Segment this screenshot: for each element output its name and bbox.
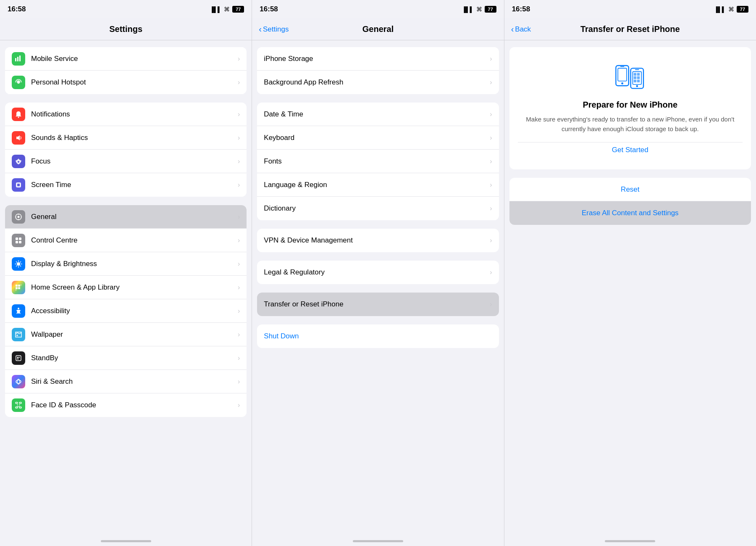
svg-rect-44 [16,407,18,408]
svg-rect-45 [19,407,21,408]
focus-icon [12,155,25,168]
row-siri-search[interactable]: Siri & Search › [5,370,247,393]
reset-label: Reset [621,185,639,194]
face-id-icon [12,398,25,412]
personal-hotspot-chevron: › [238,79,240,86]
personal-hotspot-label: Personal Hotspot [31,78,238,87]
sounds-label: Sounds & Haptics [31,134,238,142]
screen-time-icon [12,178,25,192]
row-mobile-service[interactable]: Mobile Service › [5,47,247,71]
siri-label: Siri & Search [31,377,238,386]
panels: Settings Mobile Service › [0,18,756,546]
row-vpn[interactable]: VPN & Device Management › [257,229,499,252]
row-standby[interactable]: StandBy › [5,346,247,370]
svg-point-34 [18,308,19,309]
svg-rect-33 [16,290,16,290]
wifi-icon-1: ⌘ [224,6,230,13]
home-indicator-1 [0,536,252,546]
svg-rect-31 [18,287,20,289]
legal-chevron: › [490,269,492,276]
mobile-service-label: Mobile Service [31,55,238,63]
row-date-time[interactable]: Date & Time › [257,103,499,126]
row-screen-time[interactable]: Screen Time › [5,173,247,197]
svg-point-35 [16,335,18,336]
svg-rect-56 [634,73,636,76]
mobile-service-chevron: › [238,55,240,63]
row-notifications[interactable]: Notifications › [5,103,247,126]
fonts-chevron: › [490,158,492,165]
back-chevron-3: ‹ [511,24,514,34]
row-control-centre[interactable]: Control Centre › [5,229,247,252]
reset-button[interactable]: Reset [509,178,751,201]
time-3: 16:58 [512,5,530,13]
erase-button[interactable]: Erase All Content and Settings [509,201,751,225]
row-fonts[interactable]: Fonts › [257,150,499,173]
back-to-general[interactable]: ‹ Back [511,24,531,34]
row-transfer-reset[interactable]: Transfer or Reset iPhone › [257,293,499,316]
row-dictionary[interactable]: Dictionary › [257,197,499,220]
accessibility-icon [12,304,25,318]
svg-point-46 [17,404,18,405]
time-2: 16:58 [260,5,278,13]
signal-icon-2: ▐▌▌ [462,6,474,13]
row-accessibility[interactable]: Accessibility › [5,299,247,323]
wifi-icon-3: ⌘ [728,6,734,13]
svg-rect-57 [637,73,640,76]
row-personal-hotspot[interactable]: Personal Hotspot › [5,71,247,94]
row-legal[interactable]: Legal & Regulatory › [257,261,499,284]
svg-rect-39 [19,357,20,358]
vpn-chevron: › [490,237,492,244]
row-wallpaper[interactable]: Wallpaper › [5,323,247,346]
fonts-label: Fonts [264,157,490,166]
language-region-label: Language & Region [264,181,490,189]
svg-rect-59 [637,76,640,79]
row-focus[interactable]: Focus › [5,150,247,173]
control-centre-icon [12,234,25,247]
row-background-refresh[interactable]: Background App Refresh › [257,71,499,94]
back-to-settings[interactable]: ‹ Settings [259,24,289,34]
settings-title: Settings [109,24,142,34]
row-shutdown[interactable]: Shut Down [257,324,499,348]
transfer-reset-label: Transfer or Reset iPhone [264,300,490,309]
dictionary-label: Dictionary [264,204,490,213]
get-started-button[interactable]: Get Started [518,142,743,158]
screen-time-label: Screen Time [31,181,238,189]
row-general[interactable]: General › [5,205,247,229]
wallpaper-icon [12,328,25,341]
general-group-vpn: VPN & Device Management › [257,229,499,252]
home-bar-2 [353,540,403,542]
legal-label: Legal & Regulatory [264,268,490,277]
svg-rect-32 [21,285,21,285]
date-time-label: Date & Time [264,110,490,119]
svg-line-26 [20,261,21,262]
row-language-region[interactable]: Language & Region › [257,173,499,197]
status-icons-3: ▐▌▌ ⌘ 77 [714,6,748,13]
svg-rect-43 [19,402,21,404]
row-home-screen[interactable]: Home Screen & App Library › [5,276,247,299]
row-sounds[interactable]: Sounds & Haptics › [5,126,247,150]
erase-label: Erase All Content and Settings [582,209,679,217]
status-bar-1: 16:58 ▐▌▌ ⌘ 77 [0,0,252,18]
svg-rect-36 [16,356,21,361]
dictionary-chevron: › [490,205,492,212]
notifications-chevron: › [238,111,240,118]
row-keyboard[interactable]: Keyboard › [257,126,499,150]
general-nav-title: General [362,24,394,34]
svg-line-24 [16,261,17,262]
sounds-chevron: › [238,134,240,142]
panel-settings: Settings Mobile Service › [0,18,252,546]
row-iphone-storage[interactable]: iPhone Storage › [257,47,499,71]
wallpaper-chevron: › [238,331,240,338]
row-face-id[interactable]: Face ID & Passcode › [5,393,247,417]
svg-marker-5 [16,135,20,140]
wifi-icon-2: ⌘ [476,6,482,13]
row-display-brightness[interactable]: Display & Brightness › [5,252,247,276]
home-indicator-3 [504,536,756,546]
svg-rect-49 [618,68,627,81]
prepare-card: Prepare for New iPhone Make sure everyth… [509,47,751,169]
settings-group-network: Mobile Service › Personal Hotspot › [5,47,247,94]
svg-rect-1 [17,57,18,61]
control-centre-label: Control Centre [31,236,238,245]
standby-label: StandBy [31,354,238,362]
back-label-2: Settings [263,25,289,34]
